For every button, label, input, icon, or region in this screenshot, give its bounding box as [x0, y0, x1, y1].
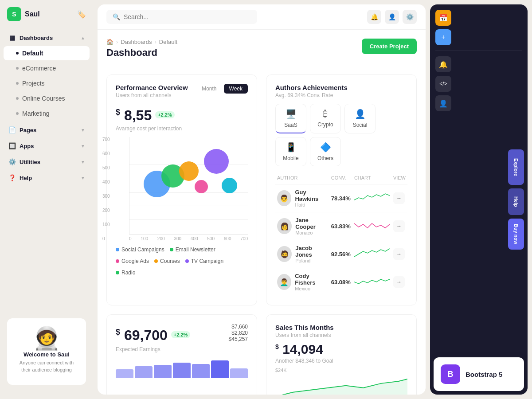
- sidebar-item-label: Utilities: [20, 159, 40, 165]
- sidebar-item-projects[interactable]: Projects: [4, 76, 90, 90]
- rp-code-icon[interactable]: </>: [435, 76, 451, 92]
- grid-line: [129, 206, 248, 206]
- bubble-google: [195, 180, 208, 193]
- author-name: Cody Fishers: [295, 273, 328, 286]
- create-project-button[interactable]: Create Project: [362, 39, 417, 54]
- search-icon: 🔍: [113, 13, 120, 20]
- earnings-label: Expected Earnings: [116, 346, 190, 352]
- tab-week[interactable]: Week: [224, 84, 248, 94]
- explore-button[interactable]: Explore: [508, 149, 524, 185]
- author-cell: 🧔 Jacob Jones Poland: [275, 240, 329, 268]
- performance-card: Performance Overview Users from all chan…: [106, 74, 257, 305]
- sidebar-item-utilities[interactable]: ⚙️ Utilities ▼: [4, 154, 90, 169]
- authors-table: AUTHOR CONV. CHART VIEW 👨: [275, 172, 407, 296]
- right-panel-top: 📅 + 🔔 </> 👤: [430, 4, 528, 117]
- sidebar-item-ecommerce[interactable]: eCommerce: [4, 61, 90, 75]
- back-icon[interactable]: 🏷️: [77, 10, 86, 19]
- sidebar-item-dashboards[interactable]: ▦ Dashboards ▲: [4, 30, 90, 45]
- bootstrap-icon: B: [441, 364, 460, 384]
- search-input[interactable]: [124, 13, 251, 20]
- legend-dot: [154, 259, 158, 263]
- main-widgets: Performance Overview Users from all chan…: [106, 74, 417, 305]
- tab-group: Month Week: [196, 84, 248, 94]
- sidebar-item-marketing[interactable]: Marketing: [4, 106, 90, 121]
- sidebar-item-label: Pages: [20, 127, 36, 133]
- earnings-left: $ 69,700 +2.2% Expected Earnings: [116, 324, 190, 352]
- chevron-icon: ▲: [81, 35, 85, 40]
- topbar-bell-icon[interactable]: 🔔: [367, 10, 381, 24]
- tab-mobile[interactable]: 📱 Mobile: [275, 137, 306, 166]
- earnings-value: $ 69,700: [116, 327, 168, 344]
- search-box[interactable]: 🔍: [106, 10, 257, 24]
- sidebar-item-online-courses[interactable]: Online Courses: [4, 91, 90, 106]
- rp-add-icon[interactable]: +: [435, 29, 451, 45]
- view-button[interactable]: →: [393, 192, 405, 204]
- breadcrumb-dashboards[interactable]: Dashboards: [121, 39, 152, 45]
- sales-goal-note: Another $48,346 to Goal: [275, 358, 407, 364]
- legend-tv: TV Campaign: [185, 258, 223, 264]
- conv-value: 63.83%: [329, 212, 352, 240]
- perf-price: $ 8,55: [116, 107, 152, 124]
- stats-row: $ 69,700 +2.2% Expected Earnings $7,660 …: [106, 314, 417, 395]
- view-button[interactable]: →: [393, 276, 405, 288]
- tab-saas[interactable]: 🖥️ SaaS: [275, 104, 306, 133]
- view-button[interactable]: →: [393, 248, 405, 260]
- mobile-icon: 📱: [286, 142, 297, 153]
- nav-section: ▦ Dashboards ▲ Default eCommerce Project…: [0, 30, 93, 311]
- help-button[interactable]: Help: [508, 188, 524, 215]
- tab-others[interactable]: 🔷 Others: [310, 137, 341, 166]
- author-location: Poland: [295, 258, 328, 263]
- earnings-header: $ 69,700 +2.2% Expected Earnings $7,660 …: [116, 324, 248, 352]
- rp-user-icon[interactable]: 👤: [435, 95, 451, 111]
- perf-title: Performance Overview: [116, 84, 188, 91]
- bar: [211, 360, 229, 378]
- buy-button[interactable]: Buy now: [508, 219, 524, 250]
- bubble-chart-inner: 700 600 500 400 300 200 100 0: [116, 137, 248, 235]
- sidebar-item-label: Apps: [20, 143, 34, 149]
- chart-y-labels: 700 600 500 400 300 200 100 0: [102, 137, 110, 241]
- crypto-icon: ₿: [323, 109, 328, 119]
- topbar: 🔍 🔔 👤 ⚙️: [98, 4, 426, 30]
- sidebar-item-label: Help: [20, 175, 32, 181]
- view-button[interactable]: →: [393, 220, 405, 232]
- dashboards-icon: ▦: [8, 34, 16, 42]
- breadcrumb-home-icon[interactable]: 🏠: [106, 39, 113, 45]
- sidebar-item-pages[interactable]: 📄 Pages ▼: [4, 122, 90, 137]
- sidebar-item-label: Default: [22, 50, 43, 57]
- avatar: 👨‍🦱: [277, 274, 291, 290]
- app-name: Saul: [25, 10, 40, 18]
- sidebar-item-label: Dashboards: [20, 35, 53, 41]
- legend-courses: Courses: [154, 258, 180, 264]
- topbar-right: 🔔 👤 ⚙️: [367, 10, 417, 24]
- sidebar-item-default[interactable]: Default: [4, 46, 90, 60]
- tab-month[interactable]: Month: [196, 84, 222, 94]
- avatar: 👩: [277, 218, 292, 234]
- chart-x-labels: 0 100 200 300 400 500 600 700: [129, 236, 248, 241]
- sidebar-item-apps[interactable]: 🔲 Apps ▼: [4, 138, 90, 153]
- avatar: 👨: [277, 190, 291, 206]
- topbar-settings-icon[interactable]: ⚙️: [403, 10, 417, 24]
- legend-email: Email Newsletter: [170, 246, 215, 253]
- earnings-right: $7,660 $2,820 $45,257: [229, 324, 248, 342]
- rp-notification-icon[interactable]: 🔔: [435, 56, 451, 72]
- view-cell: →: [391, 212, 407, 240]
- spark-cell: [352, 212, 391, 240]
- th-author: AUTHOR: [275, 172, 329, 184]
- sales-chart: [275, 375, 407, 395]
- tab-social[interactable]: 👤 Social: [344, 104, 376, 133]
- nav-dot: [16, 67, 19, 70]
- bar: [154, 365, 172, 378]
- tab-crypto[interactable]: ₿ Crypto: [310, 104, 341, 133]
- authors-tabs: 🖥️ SaaS ₿ Crypto 👤 Social 📱 Mobile: [275, 104, 407, 166]
- logo-icon: S: [7, 7, 21, 21]
- th-chart: CHART: [352, 172, 391, 184]
- perf-price-sub: Avarage cost per interaction: [116, 125, 248, 132]
- author-name: Jacob Jones: [295, 245, 328, 258]
- sales-value: $ 14,094: [275, 342, 323, 357]
- saas-icon: 🖥️: [286, 109, 297, 119]
- topbar-user-avatar[interactable]: 👤: [385, 10, 399, 24]
- sidebar-item-help[interactable]: ❓ Help ▼: [4, 170, 90, 185]
- author-name: Jane Cooper: [295, 217, 328, 230]
- bubble-radio: [222, 178, 237, 193]
- rp-calendar-icon[interactable]: 📅: [435, 10, 451, 26]
